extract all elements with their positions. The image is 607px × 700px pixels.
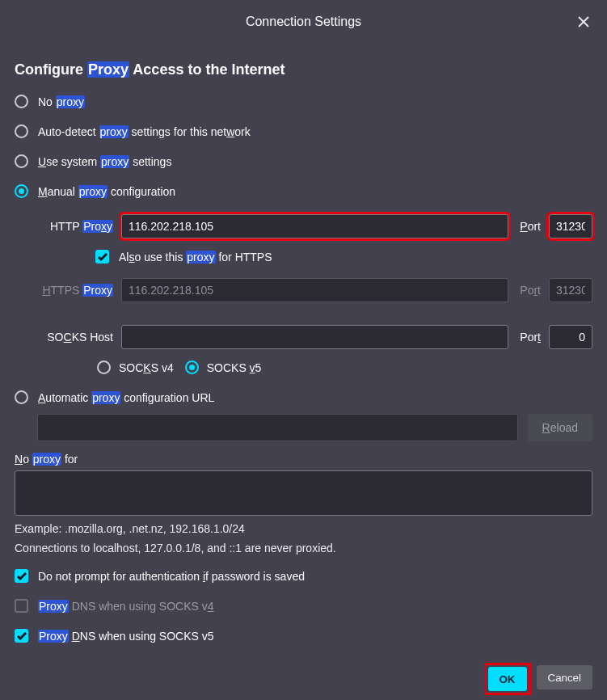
radio-icon[interactable] (15, 95, 28, 108)
close-icon[interactable] (573, 11, 594, 32)
checkbox-icon[interactable] (15, 629, 28, 643)
https-proxy-label: HTTPS Proxy (27, 284, 115, 297)
pac-url-input (37, 414, 518, 441)
http-port-input[interactable] (549, 214, 592, 238)
http-port-label: Port (515, 220, 542, 233)
dialog-titlebar: Connection Settings (0, 0, 607, 36)
checkbox-icon[interactable] (15, 569, 28, 583)
radio-icon[interactable] (185, 361, 199, 374)
https-proxy-input (121, 278, 508, 302)
also-use-https-row[interactable]: Also use this proxy for HTTPS (15, 250, 592, 264)
radio-label: No proxy (38, 95, 85, 108)
radio-label: Use system proxy settings (38, 155, 171, 168)
radio-system-proxy[interactable]: Use system proxy settings (15, 154, 592, 168)
no-proxy-for-textarea[interactable] (15, 470, 592, 516)
checkbox-label: Do not prompt for authentication if pass… (38, 570, 305, 583)
https-port-input (549, 278, 592, 302)
radio-auto-detect[interactable]: Auto-detect proxy settings for this netw… (15, 124, 592, 138)
https-port-label: Port (515, 284, 542, 297)
socks-host-input[interactable] (121, 325, 508, 349)
radio-icon[interactable] (15, 390, 28, 404)
radio-label: SOCKS v5 (207, 361, 262, 374)
no-proxy-for-label: No proxy for (15, 453, 592, 466)
checkbox-no-auth-prompt[interactable]: Do not prompt for authentication if pass… (15, 569, 592, 583)
checkbox-icon (15, 599, 28, 613)
radio-label: Manual proxy configuration (38, 185, 175, 198)
radio-label: SOCKS v4 (119, 361, 174, 374)
ok-highlight: OK (487, 665, 529, 693)
dialog-footer: OK Cancel (0, 649, 607, 700)
radio-label: Auto-detect proxy settings for this netw… (38, 125, 251, 138)
socks-version-row: SOCKS v4 SOCKS v5 (15, 361, 592, 374)
ok-button[interactable]: OK (488, 667, 527, 691)
connection-settings-dialog: Connection Settings Configure Proxy Acce… (0, 0, 607, 700)
radio-manual-proxy[interactable]: Manual proxy configuration (15, 184, 592, 198)
checkbox-icon[interactable] (95, 250, 109, 264)
radio-automatic-pac[interactable]: Automatic proxy configuration URL (15, 390, 592, 404)
socks-host-label: SOCKS Host (27, 331, 115, 344)
radio-icon[interactable] (15, 154, 28, 168)
checkbox-label: Proxy DNS when using SOCKS v4 (38, 600, 214, 613)
radio-icon[interactable] (15, 124, 28, 138)
https-proxy-row: HTTPS Proxy Port (15, 278, 592, 302)
checkbox-label: Proxy DNS when using SOCKS v5 (38, 630, 214, 643)
radio-no-proxy[interactable]: No proxy (15, 95, 592, 108)
http-proxy-label: HTTP Proxy (27, 220, 115, 233)
section-heading: Configure Proxy Access to the Internet (15, 61, 592, 78)
heading-highlight: Proxy (87, 61, 129, 78)
socks-port-label: Port (515, 331, 542, 344)
http-proxy-row: HTTP Proxy Port (15, 214, 592, 238)
radio-icon[interactable] (97, 361, 111, 374)
reload-button: Reload (528, 414, 592, 441)
checkbox-label: Also use this proxy for HTTPS (119, 251, 272, 264)
socks-port-input[interactable] (549, 325, 592, 349)
localhost-note: Connections to localhost, 127.0.0.1/8, a… (15, 542, 592, 555)
http-proxy-input[interactable] (121, 214, 508, 238)
dialog-title: Connection Settings (246, 15, 361, 28)
radio-socks-v4[interactable]: SOCKS v4 (97, 361, 174, 374)
heading-text: Access to the Internet (129, 61, 285, 78)
cancel-button[interactable]: Cancel (537, 665, 593, 689)
heading-text: Configure (15, 61, 87, 78)
pac-url-row: Reload (37, 414, 592, 441)
checkbox-proxy-dns-socks5[interactable]: Proxy DNS when using SOCKS v5 (15, 629, 592, 643)
radio-label: Automatic proxy configuration URL (38, 391, 214, 404)
radio-socks-v5[interactable]: SOCKS v5 (185, 361, 262, 374)
example-text: Example: .mozilla.org, .net.nz, 192.168.… (15, 522, 592, 535)
socks-host-row: SOCKS Host Port (15, 325, 592, 349)
checkbox-proxy-dns-socks4: Proxy DNS when using SOCKS v4 (15, 599, 592, 613)
radio-icon[interactable] (15, 184, 28, 198)
